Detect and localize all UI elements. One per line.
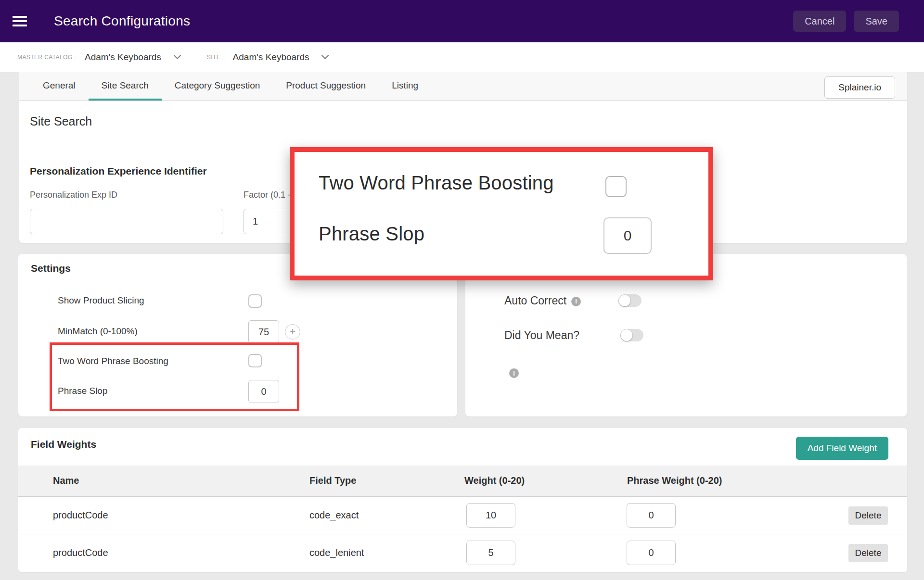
- master-catalog-dropdown[interactable]: Adam's Keyboards: [76, 52, 180, 63]
- screen: Search Configurations Cancel Save MASTER…: [0, 0, 924, 580]
- field-weights-heading: Field Weights: [31, 439, 96, 450]
- master-catalog-label: MASTER CATALOG :: [17, 54, 76, 61]
- weight-input[interactable]: [466, 541, 515, 565]
- section-title: Site Search: [30, 114, 92, 128]
- factor-label: Factor (0.1 -: [244, 190, 291, 200]
- personalization-heading: Personalization Experience Identifier: [30, 165, 207, 177]
- site-label: SITE :: [207, 54, 224, 61]
- personalization-exp-id-input[interactable]: [30, 209, 223, 234]
- delete-button[interactable]: Delete: [848, 544, 888, 562]
- minmatch-label: MinMatch (0-100%): [58, 326, 138, 337]
- callout-two-word-phrase-boosting-checkbox[interactable]: [605, 176, 627, 197]
- zoom-callout: Two Word Phrase Boosting Phrase Slop: [290, 147, 713, 280]
- callout-phrase-slop-label: Phrase Slop: [319, 223, 424, 245]
- phrase-slop-input[interactable]: [248, 380, 279, 403]
- weight-input[interactable]: [466, 503, 515, 528]
- master-catalog-value: Adam's Keyboards: [85, 52, 161, 63]
- tab-product-suggestion[interactable]: Product Suggestion: [273, 72, 379, 101]
- column-header-field-type: Field Type: [309, 475, 356, 486]
- table-row: productCode code_lenient Delete: [18, 534, 907, 572]
- show-product-slicing-checkbox[interactable]: [248, 294, 262, 308]
- did-you-mean-toggle[interactable]: [620, 329, 643, 341]
- tab-strip: General Site Search Category Suggestion …: [19, 72, 907, 101]
- column-header-weight: Weight (0-20): [464, 475, 525, 486]
- auto-correct-toggle[interactable]: [618, 294, 642, 307]
- auto-correct-label-row: Auto Correcti: [504, 294, 581, 307]
- hamburger-menu-icon[interactable]: [13, 13, 28, 29]
- site-value: Adam's Keyboards: [233, 52, 309, 63]
- save-button[interactable]: Save: [854, 11, 899, 32]
- auto-correct-label: Auto Correct: [504, 294, 566, 307]
- row-name: productCode: [53, 547, 108, 558]
- show-product-slicing-label: Show Product Slicing: [58, 295, 144, 306]
- chevron-down-icon: [174, 52, 181, 60]
- increment-button[interactable]: +: [285, 324, 300, 340]
- site-dropdown[interactable]: Adam's Keyboards: [224, 52, 328, 63]
- callout-two-word-phrase-boosting-label: Two Word Phrase Boosting: [319, 172, 554, 194]
- catalog-bar: MASTER CATALOG : Adam's Keyboards SITE :…: [0, 42, 924, 72]
- header-actions: Cancel Save: [793, 11, 899, 32]
- did-you-mean-label: Did You Mean?: [504, 329, 579, 342]
- row-field-type: code_exact: [309, 510, 359, 521]
- phrase-slop-label: Phrase Slop: [58, 386, 108, 396]
- tab-site-search[interactable]: Site Search: [89, 72, 162, 101]
- row-field-type: code_lenient: [309, 547, 364, 558]
- field-weights-panel: Field Weights Add Field Weight Name Fiel…: [18, 428, 907, 572]
- two-word-phrase-boosting-label: Two Word Phrase Boosting: [58, 356, 168, 366]
- splainer-button[interactable]: Splainer.io: [824, 76, 895, 99]
- info-icon[interactable]: i: [571, 297, 581, 306]
- two-word-phrase-boosting-checkbox[interactable]: [248, 354, 262, 367]
- chevron-down-icon: [321, 52, 329, 60]
- tab-general[interactable]: General: [30, 72, 89, 101]
- tab-category-suggestion[interactable]: Category Suggestion: [162, 72, 273, 101]
- column-header-phrase-weight: Phrase Weight (0-20): [627, 475, 722, 486]
- page-title: Search Configurations: [54, 13, 190, 29]
- app-header: Search Configurations Cancel Save: [0, 0, 924, 42]
- tab-listing[interactable]: Listing: [379, 72, 431, 101]
- settings-heading: Settings: [31, 263, 71, 274]
- row-name: productCode: [53, 510, 108, 521]
- table-row: productCode code_exact Delete: [18, 497, 907, 534]
- phrase-weight-input[interactable]: [627, 541, 676, 565]
- table-header-row: Name Field Type Weight (0-20) Phrase Wei…: [18, 466, 907, 497]
- phrase-weight-input[interactable]: [627, 503, 676, 528]
- callout-phrase-slop-input[interactable]: [603, 217, 652, 254]
- column-header-name: Name: [53, 475, 79, 486]
- minmatch-input[interactable]: [248, 320, 279, 343]
- add-field-weight-button[interactable]: Add Field Weight: [796, 437, 888, 460]
- cancel-button[interactable]: Cancel: [793, 11, 846, 32]
- personalization-exp-id-label: Personalization Exp ID: [30, 190, 117, 200]
- field-weights-table: Name Field Type Weight (0-20) Phrase Wei…: [18, 466, 907, 572]
- delete-button[interactable]: Delete: [848, 506, 888, 525]
- info-icon[interactable]: i: [509, 368, 519, 378]
